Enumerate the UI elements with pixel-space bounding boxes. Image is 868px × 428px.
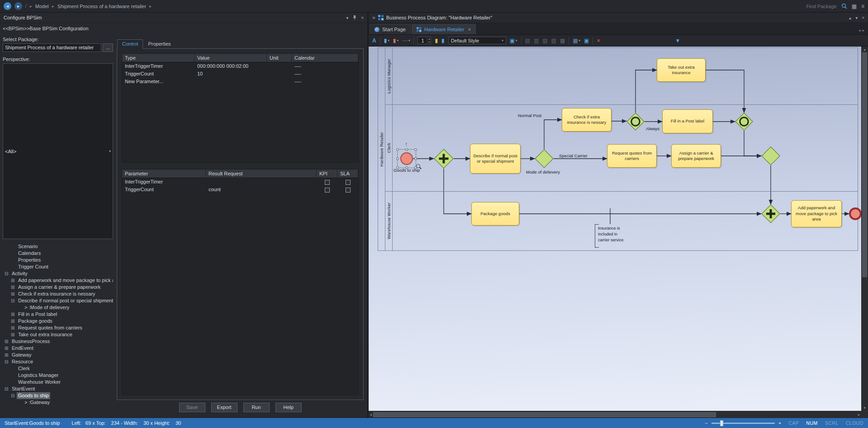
kpi-checkbox[interactable] [325,180,330,185]
expand-icon[interactable]: ⊞ [11,325,17,331]
scroll-down-arrow-icon[interactable]: ▾ [863,406,865,410]
tree-item[interactable]: ⊟StartEvent [3,386,113,392]
breadcrumb-package[interactable]: Shipment Process of a hardware retailer [57,4,146,9]
apply-style-icon[interactable]: ▣▾ [510,38,517,44]
save-button[interactable]: Save [179,403,205,412]
quicklink-arrow-icon[interactable]: ↑ [405,141,408,147]
line-style-icon[interactable]: ⋯▾ [402,38,410,44]
tree-item[interactable]: ⊞Package goods [3,318,113,325]
expand-icon[interactable]: ⊞ [5,338,10,345]
export-button[interactable]: Export [211,403,237,412]
tree-item[interactable]: ⊟Describe if normal post or special ship… [3,297,113,304]
tree-item[interactable]: ⊟Resource [3,358,113,365]
help-button[interactable]: Help [275,403,302,412]
align-left-icon[interactable]: ▤ [525,38,530,44]
zoom-slider-thumb[interactable] [720,420,723,426]
selection-handle[interactable] [415,149,417,151]
param-table-row[interactable]: InterTriggerTimer000:000:000 000:02:00--… [122,62,358,70]
param-table-row[interactable]: TriggerCount10---- [122,70,358,78]
tree-item[interactable]: ⊞Gateway [3,352,113,358]
tree-item[interactable]: > :Mode of delievery [3,304,113,311]
tree-item[interactable]: > :Gateway [3,399,113,406]
tab-scroll-right-icon[interactable]: ▸ [862,28,864,33]
tree-item[interactable]: Clerk [3,365,113,372]
expand-icon[interactable]: ⊞ [11,331,17,338]
fill-color-icon[interactable]: ▮▾ [393,38,398,44]
close-icon[interactable]: × [862,15,864,20]
send-to-back-icon[interactable]: ▩ [560,38,565,44]
bring-to-front-icon[interactable]: ▨ [551,38,556,44]
expand-icon[interactable]: ⊞ [11,277,17,284]
breadcrumb-model[interactable]: Model [35,4,49,9]
tree-item[interactable]: Trigger Count [3,263,113,270]
zoom-element-icon[interactable] [416,164,420,168]
filter-icon[interactable]: ▼ [675,38,680,44]
selection-handle[interactable] [397,167,399,169]
format-brush-icon[interactable]: ▮ [435,38,438,44]
sla-checkbox[interactable] [346,188,351,193]
horizontal-scrollbar[interactable]: ◂ ▸ [369,411,861,418]
tree-item[interactable]: ⊞BusinessProcess [3,338,113,345]
back-button[interactable]: ◂ [4,2,11,10]
param-table-row[interactable]: New Parameter...---- [122,78,358,85]
bpmn-gateway-inclusive-incl1[interactable] [626,113,645,131]
bpmn-gateway-inclusive-incl2[interactable] [735,113,753,131]
bpmn-task-describe[interactable]: Describe if normal post or special shipm… [470,144,521,174]
collapse-icon[interactable]: ⊟ [11,392,17,399]
close-icon[interactable]: × [361,15,364,20]
expand-icon[interactable]: ⊞ [11,291,17,297]
collapse-icon[interactable]: ⊟ [5,358,10,365]
tree-item[interactable]: ⊞Request quotes from carriers [3,325,113,331]
scroll-right-arrow-icon[interactable]: ▸ [858,413,860,417]
zoom-in-button[interactable]: + [778,420,781,426]
align-top-icon[interactable]: ▥ [534,38,539,44]
expand-icon[interactable]: ⊞ [11,318,17,325]
collapse-icon[interactable]: ⊟ [5,386,10,392]
vertical-scrollbar[interactable]: ▴ ▾ [861,47,868,411]
forward-button[interactable]: ▸ [14,2,22,10]
kpi-checkbox[interactable] [325,188,330,193]
expand-icon[interactable]: ⊞ [5,352,10,358]
scroll-up-arrow-icon[interactable]: ▴ [863,47,865,52]
selection-handle[interactable] [406,149,408,151]
bpmn-task-assign[interactable]: Assign a carrier & prepare paperwork [671,144,721,168]
tree-item[interactable]: ⊟Activity [3,270,113,277]
bpmn-end-event[interactable] [849,207,861,220]
expand-panel-icon[interactable]: » [372,14,375,21]
tree-item[interactable]: ⊞Fill in a Post label [3,311,113,318]
tab-properties[interactable]: Properties [143,39,175,49]
bpmn-gateway-parallel-join[interactable] [761,204,780,223]
zoom-slider[interactable] [711,423,775,424]
tree-item[interactable]: ⊞EndEvent [3,345,113,352]
tree-item[interactable]: ⊟Goods to ship [3,392,113,399]
collapse-icon[interactable]: ⊟ [5,270,10,277]
bpmn-gateway-parallel-split[interactable] [434,149,454,169]
scroll-down-icon[interactable]: ▾ [855,15,858,20]
close-tab-icon[interactable]: × [468,27,471,32]
expand-icon[interactable]: ⊞ [11,284,17,291]
bpmn-annotation[interactable]: Insurance is included in carrier service [595,224,630,248]
perspective-select[interactable]: <All> ▾ [3,63,113,239]
pin-icon[interactable] [352,15,357,20]
tree-item[interactable]: ⊞Take out extra insurance [3,331,113,338]
save-diagram-icon[interactable]: ▣ [584,38,589,44]
find-package-input[interactable]: Find Package [737,4,837,9]
tree-item[interactable]: Warehouse Worker [3,379,113,386]
tree-item[interactable]: ⊞Assign a carrier & prepare paperwork [3,284,113,291]
zoom-out-button[interactable]: − [705,420,707,426]
browse-button[interactable]: ... [103,43,113,52]
bpmn-task-addpaper[interactable]: Add paperwork and move package to pick a… [791,200,842,227]
vertical-scroll-thumb[interactable] [862,52,867,277]
menu-icon[interactable]: ≡ [861,3,864,9]
tree-item[interactable]: ⊞Add paperwork and move package to pick … [3,277,113,284]
line-width-spinner[interactable]: 1▴▾ [417,37,431,44]
bpmn-task-quotes[interactable]: Request quotes from carriers [607,144,657,168]
result-table-row[interactable]: InterTriggerTimer [122,178,358,186]
selection-handle[interactable] [397,149,399,151]
lane-logistics-manager[interactable]: Logistics Manager [385,48,858,105]
selection-handle[interactable] [415,158,417,160]
tree-item[interactable]: Scenario [3,243,113,250]
tree-item[interactable]: Properties [3,257,113,263]
result-table-row[interactable]: TriggerCountcount [122,186,358,193]
collapse-icon[interactable]: ⊟ [11,297,17,304]
